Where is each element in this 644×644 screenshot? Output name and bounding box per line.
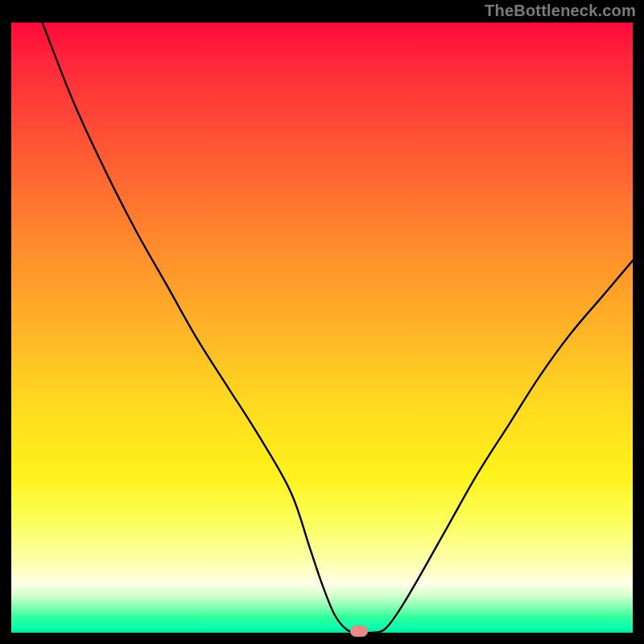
bottleneck-curve	[11, 23, 633, 633]
optimal-marker	[350, 625, 368, 637]
chart-frame: TheBottleneck.com	[0, 0, 644, 644]
plot-area	[11, 23, 633, 633]
curve-path	[43, 23, 633, 633]
watermark-text: TheBottleneck.com	[485, 2, 636, 20]
